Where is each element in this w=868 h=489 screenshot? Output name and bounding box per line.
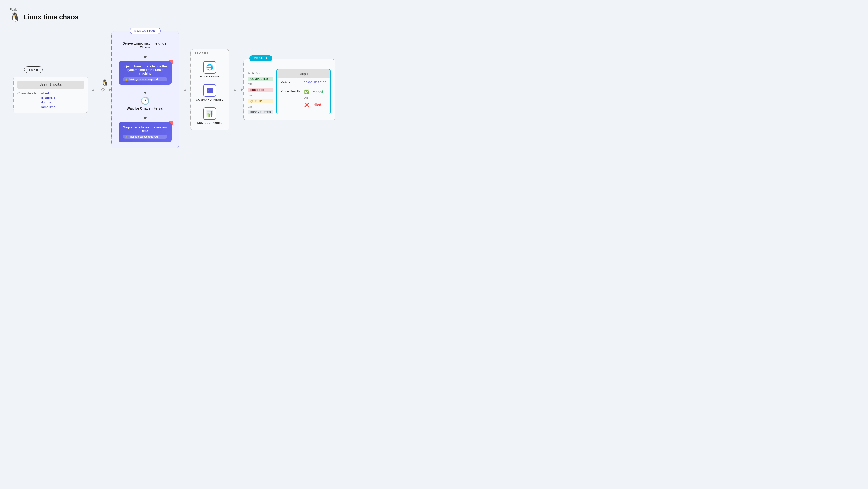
passed-label: Passed	[311, 90, 323, 94]
command-probe-icon-box: >_	[204, 84, 216, 97]
param-disablentp: disableNTP	[41, 96, 57, 100]
svg-text:>_: >_	[208, 89, 211, 92]
h-line-5	[229, 90, 234, 90]
h-line-2	[104, 90, 109, 90]
http-probe-icon: 🌐	[206, 64, 213, 71]
stop-text: Stop chaos to restore system time	[123, 125, 167, 133]
clock-icon: 🕐	[141, 97, 150, 105]
probe-or: OR	[304, 97, 323, 100]
connector-circle	[92, 89, 94, 91]
failed-row: ❌ Failed	[304, 102, 323, 107]
privilege-text-2: Privilege access required	[129, 135, 158, 138]
result-badge: RESULT	[249, 56, 272, 61]
probe-results-row: Probe Results ✅ Passed OR ❌ Failed	[277, 87, 331, 110]
arrow-head-1	[109, 88, 111, 91]
output-card: Output Metrics chaos metrics Probe Resul…	[276, 69, 331, 115]
inject-privilege: 🔒 Privilege access required	[123, 77, 167, 81]
chaos-label: Chaos details	[18, 91, 36, 95]
failed-label: Failed	[311, 103, 321, 107]
param-offset: offset	[41, 91, 57, 95]
corner-tag-2	[168, 121, 173, 125]
param-ramptime: rampTime	[41, 105, 57, 109]
lock-icon-2: 🔒	[125, 135, 128, 138]
arrow-head-2	[241, 88, 243, 91]
probes-label: PROBES	[194, 52, 209, 55]
arrow-head-down-2	[144, 92, 147, 94]
linux-icon: 🐧	[10, 13, 21, 22]
wait-step: 🕐 Wait for Chaos Interval	[119, 97, 172, 110]
chaos-params: offset disableNTP duration rampTime	[41, 91, 57, 109]
srm-probe-label: SRM SLO PROBE	[197, 121, 222, 124]
probes-result-connector	[229, 88, 243, 91]
h-line-1	[94, 90, 101, 90]
status-incompleted: INCOMPLETED	[248, 110, 274, 115]
probes-section: PROBES 🌐 HTTP PROBE >_ COMMAND PROBE 📊 S	[190, 49, 229, 130]
x-icon: ❌	[304, 102, 309, 107]
srm-probe-icon: 📊	[206, 110, 213, 117]
stop-step-box: Stop chaos to restore system time 🔒 Priv…	[119, 122, 172, 142]
corner-tag-1	[168, 60, 173, 64]
tune-badge: TUNE	[24, 66, 43, 73]
privilege-text-1: Privilege access required	[129, 78, 158, 80]
probe-results-label: Probe Results	[281, 89, 301, 94]
http-probe-icon-box: 🌐	[204, 61, 216, 73]
status-errored: ERRORED	[248, 88, 274, 92]
srm-probe-icon-box: 📊	[204, 107, 216, 120]
metrics-label: Metrics	[281, 80, 300, 84]
inject-text: Inject chaos to to change the system tim…	[123, 64, 167, 75]
connector-circle-2	[184, 89, 186, 91]
fault-label: Fault	[10, 8, 858, 11]
h-line-3	[179, 90, 184, 90]
result-section: RESULT STATUS COMPLETED OR ERRORED OR QU…	[243, 59, 335, 120]
tune-exec-connector: 🐧	[92, 88, 111, 91]
inject-step-box: Inject chaos to to change the system tim…	[119, 61, 172, 85]
derive-text: Derive Linux machine under Chaos	[119, 41, 172, 49]
connector-diamond	[101, 88, 105, 92]
metrics-value: chaos metrics	[304, 80, 327, 84]
status-label: STATUS	[248, 71, 274, 74]
param-duration: duration	[41, 101, 57, 104]
or-1: OR	[248, 83, 274, 86]
connector-circle-3	[234, 89, 236, 91]
probe-results-values: ✅ Passed OR ❌ Failed	[304, 89, 323, 107]
arrow-line-3	[145, 113, 145, 118]
arrow-3	[144, 113, 147, 120]
arrow-1	[144, 52, 147, 59]
tux-float-icon: 🐧	[101, 79, 109, 87]
page-title: Linux time chaos	[23, 13, 79, 21]
or-2: OR	[248, 94, 274, 97]
derive-step: Derive Linux machine under Chaos	[119, 41, 172, 49]
h-line-4	[186, 90, 191, 90]
metrics-row: Metrics chaos metrics	[277, 78, 331, 87]
probe-item-http: 🌐 HTTP PROBE	[200, 61, 220, 78]
command-probe-icon: >_	[207, 88, 213, 93]
status-section: STATUS COMPLETED OR ERRORED OR QUEUED OR…	[248, 71, 274, 115]
h-line-6	[236, 90, 241, 90]
execution-badge: EXECUTION	[130, 28, 160, 34]
exec-probes-connector	[179, 89, 191, 91]
arrow-line-1	[145, 52, 145, 57]
user-inputs-header: User Inputs	[18, 81, 84, 89]
execution-section: EXECUTION Derive Linux machine under Cha…	[111, 31, 179, 148]
tune-section: TUNE User Inputs Chaos details offset di…	[10, 66, 92, 113]
status-queued: QUEUED	[248, 99, 274, 103]
output-header: Output	[277, 69, 331, 78]
status-completed: COMPLETED	[248, 77, 274, 81]
arrow-line-2	[145, 87, 145, 92]
or-3: OR	[248, 105, 274, 108]
command-probe-label: COMMAND PROBE	[196, 98, 223, 101]
tune-box: User Inputs Chaos details offset disable…	[13, 77, 88, 113]
passed-row: ✅ Passed	[304, 89, 323, 95]
probe-item-command: >_ COMMAND PROBE	[196, 84, 223, 101]
check-icon: ✅	[304, 89, 309, 95]
stop-privilege: 🔒 Privilege access required	[123, 135, 167, 139]
wait-text: Wait for Chaos Interval	[119, 106, 172, 110]
lock-icon-1: 🔒	[125, 78, 128, 80]
arrow-head-down-1	[144, 57, 147, 59]
arrow-head-down-3	[144, 118, 147, 120]
probe-item-srm: 📊 SRM SLO PROBE	[197, 107, 222, 124]
arrow-2	[144, 87, 147, 94]
http-probe-label: HTTP PROBE	[200, 75, 220, 78]
